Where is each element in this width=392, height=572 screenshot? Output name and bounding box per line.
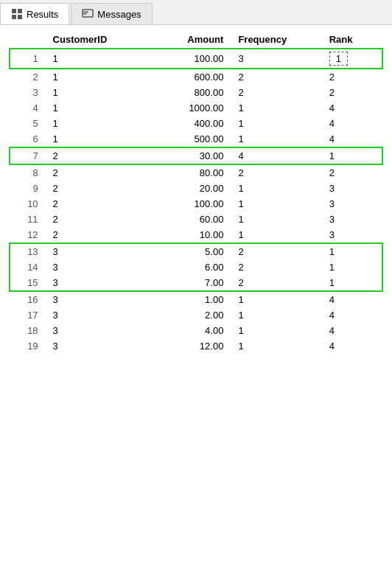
cell-frequency: 2 bbox=[231, 164, 321, 181]
cell-rownum: 12 bbox=[10, 227, 46, 243]
cell-customerid: 1 bbox=[46, 131, 140, 147]
cell-frequency: 2 bbox=[231, 259, 321, 275]
header-frequency: Frequency bbox=[231, 31, 321, 49]
cell-frequency: 1 bbox=[231, 116, 321, 131]
cell-rownum: 3 bbox=[10, 85, 46, 100]
cell-customerid: 3 bbox=[46, 307, 140, 323]
cell-amount: 12.00 bbox=[140, 338, 231, 354]
cell-amount: 10.00 bbox=[140, 227, 231, 243]
svg-rect-3 bbox=[18, 15, 22, 19]
cell-customerid: 1 bbox=[46, 85, 140, 100]
cell-amount: 60.00 bbox=[140, 212, 231, 227]
cell-rownum: 6 bbox=[10, 131, 46, 147]
cell-customerid: 1 bbox=[46, 116, 140, 131]
results-table: CustomerID Amount Frequency Rank 11100.0… bbox=[9, 31, 383, 354]
message-icon bbox=[82, 8, 94, 20]
cell-rownum: 18 bbox=[10, 323, 46, 338]
cell-frequency: 1 bbox=[231, 323, 321, 338]
table-row: 11260.0013 bbox=[10, 212, 382, 227]
cell-rank: 1 bbox=[322, 259, 382, 275]
cell-amount: 600.00 bbox=[140, 69, 231, 85]
cell-frequency: 2 bbox=[231, 69, 321, 85]
cell-rownum: 4 bbox=[10, 100, 46, 116]
cell-customerid: 1 bbox=[46, 69, 140, 85]
cell-customerid: 2 bbox=[46, 227, 140, 243]
cell-customerid: 3 bbox=[46, 275, 140, 291]
results-table-container: CustomerID Amount Frequency Rank 11100.0… bbox=[0, 25, 392, 360]
cell-amount: 4.00 bbox=[140, 323, 231, 338]
cell-amount: 800.00 bbox=[140, 85, 231, 100]
cell-rownum: 11 bbox=[10, 212, 46, 227]
table-row: 12210.0013 bbox=[10, 227, 382, 243]
cell-rank: 3 bbox=[322, 181, 382, 196]
tab-results[interactable]: Results bbox=[0, 3, 69, 24]
cell-rank: 2 bbox=[322, 85, 382, 100]
cell-frequency: 2 bbox=[231, 85, 321, 100]
cell-customerid: 2 bbox=[46, 147, 140, 164]
cell-rownum: 8 bbox=[10, 164, 46, 181]
svg-rect-6 bbox=[83, 12, 88, 13]
cell-amount: 500.00 bbox=[140, 131, 231, 147]
cell-frequency: 1 bbox=[231, 338, 321, 354]
cell-customerid: 2 bbox=[46, 212, 140, 227]
table-row: 31800.0022 bbox=[10, 85, 382, 100]
cell-rank: 4 bbox=[322, 291, 382, 307]
main-window: Results Messages CustomerID Amount Frequ… bbox=[0, 0, 392, 572]
cell-rank: 4 bbox=[322, 307, 382, 323]
cell-amount: 100.00 bbox=[140, 49, 231, 69]
table-row: 1631.0014 bbox=[10, 291, 382, 307]
cell-amount: 400.00 bbox=[140, 116, 231, 131]
cell-rank: 4 bbox=[322, 323, 382, 338]
cell-rownum: 10 bbox=[10, 196, 46, 212]
cell-frequency: 1 bbox=[231, 196, 321, 212]
cell-frequency: 1 bbox=[231, 307, 321, 323]
cell-amount: 20.00 bbox=[140, 181, 231, 196]
cell-rownum: 1 bbox=[10, 49, 46, 69]
cell-frequency: 2 bbox=[231, 275, 321, 291]
cell-rank: 1 bbox=[322, 147, 382, 164]
table-row: 9220.0013 bbox=[10, 181, 382, 196]
table-row: 1732.0014 bbox=[10, 307, 382, 323]
table-row: 102100.0013 bbox=[10, 196, 382, 212]
cell-rank: 4 bbox=[322, 116, 382, 131]
svg-rect-1 bbox=[18, 9, 22, 13]
cell-amount: 1.00 bbox=[140, 291, 231, 307]
table-row: 19312.0014 bbox=[10, 338, 382, 354]
cell-rank: 4 bbox=[322, 338, 382, 354]
cell-frequency: 1 bbox=[231, 131, 321, 147]
grid-icon bbox=[11, 8, 23, 20]
header-rownum bbox=[10, 31, 46, 49]
cell-frequency: 1 bbox=[231, 100, 321, 116]
cell-customerid: 1 bbox=[46, 100, 140, 116]
cell-rank: 4 bbox=[322, 131, 382, 147]
cell-rank: 4 bbox=[322, 100, 382, 116]
header-customerid: CustomerID bbox=[46, 31, 140, 49]
cell-amount: 2.00 bbox=[140, 307, 231, 323]
cell-amount: 30.00 bbox=[140, 147, 231, 164]
tab-messages[interactable]: Messages bbox=[71, 3, 152, 24]
svg-rect-0 bbox=[12, 9, 16, 13]
cell-customerid: 3 bbox=[46, 243, 140, 259]
cell-rownum: 2 bbox=[10, 69, 46, 85]
table-row: 1537.0021 bbox=[10, 275, 382, 291]
cell-rownum: 15 bbox=[10, 275, 46, 291]
table-row: 11100.0031 bbox=[10, 49, 382, 69]
cell-rownum: 5 bbox=[10, 116, 46, 131]
cell-customerid: 3 bbox=[46, 323, 140, 338]
header-rank: Rank bbox=[322, 31, 382, 49]
cell-rownum: 7 bbox=[10, 147, 46, 164]
table-row: 1834.0014 bbox=[10, 323, 382, 338]
cell-amount: 1000.00 bbox=[140, 100, 231, 116]
tab-results-label: Results bbox=[27, 9, 58, 20]
cell-amount: 6.00 bbox=[140, 259, 231, 275]
cell-rank: 2 bbox=[322, 164, 382, 181]
cell-rank: 1 bbox=[322, 49, 382, 69]
cell-customerid: 2 bbox=[46, 164, 140, 181]
cell-customerid: 1 bbox=[46, 49, 140, 69]
table-row: 7230.0041 bbox=[10, 147, 382, 164]
cell-rownum: 19 bbox=[10, 338, 46, 354]
table-row: 8280.0022 bbox=[10, 164, 382, 181]
tab-bar: Results Messages bbox=[0, 0, 392, 25]
cell-rank: 1 bbox=[322, 243, 382, 259]
cell-amount: 100.00 bbox=[140, 196, 231, 212]
